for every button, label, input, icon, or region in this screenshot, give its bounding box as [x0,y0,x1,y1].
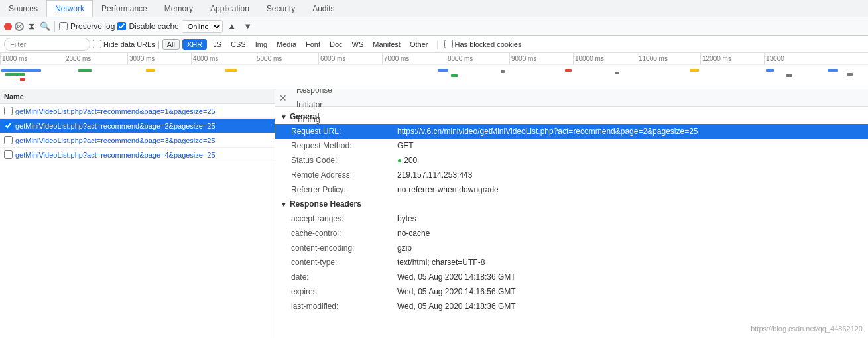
throttle-select[interactable]: Online [182,20,223,33]
filter-all-button[interactable]: All [162,39,180,50]
filter-icon[interactable]: ⧗ [27,21,37,32]
response-header-value: Wed, 05 Aug 2020 14:16:56 GMT [397,286,516,298]
status-code-row: Status Code: 200 [275,153,868,168]
general-section-title: General [290,112,320,121]
response-headers-list: accept-ranges:bytescache-control:no-cach… [275,211,868,313]
response-headers-section-header[interactable]: ▼ Response Headers [275,197,868,211]
response-header-row: content-encoding:gzip [275,241,868,255]
tab-memory[interactable]: Memory [156,0,202,17]
download-button[interactable]: ▼ [241,20,255,33]
response-header-key: accept-ranges: [291,213,397,225]
response-header-key: last-modified: [291,300,397,312]
network-toolbar: ⊘ ⧗ 🔍 Preserve log Disable cache Online … [0,17,868,36]
filter-css-button[interactable]: CSS [227,40,249,49]
detail-tab-response[interactable]: Response [290,89,339,98]
tab-audits[interactable]: Audits [304,0,343,17]
remote-address-key: Remote Address: [291,169,397,181]
timeline-tick: 11000 ms [637,53,700,64]
request-item[interactable]: getMiniVideoList.php?act=recommend&page=… [0,133,275,148]
request-url-key: Request URL: [291,125,397,137]
stop-button[interactable]: ⊘ [15,22,24,31]
response-header-row: last-modified:Wed, 05 Aug 2020 14:18:36 … [275,299,868,313]
timeline-area: 1000 ms2000 ms3000 ms4000 ms5000 ms6000 … [0,53,868,89]
request-method-key: Request Method: [291,140,397,152]
hide-data-urls-checkbox[interactable]: Hide data URLs [93,40,155,48]
general-arrow-icon: ▼ [280,113,287,121]
general-section-header[interactable]: ▼ General [275,109,868,124]
request-checkbox[interactable] [4,136,13,144]
response-header-key: content-encoding: [291,242,397,254]
referrer-policy-value: no-referrer-when-downgrade [397,184,499,196]
timeline-ruler: 1000 ms2000 ms3000 ms4000 ms5000 ms6000 … [0,53,868,65]
timeline-tick: 10000 ms [573,53,637,64]
filter-media-button[interactable]: Media [273,40,300,49]
close-detail-button[interactable]: ✕ [278,93,288,103]
request-url: getMiniVideoList.php?act=recommend&page=… [15,107,216,115]
response-header-value: Wed, 05 Aug 2020 14:18:36 GMT [397,300,516,312]
tab-sources[interactable]: Sources [0,0,46,17]
filter-divider: | [158,40,160,49]
response-header-value: bytes [397,213,416,225]
has-blocked-cookies-checkbox[interactable]: Has blocked cookies [444,40,522,48]
request-checkbox[interactable] [4,107,13,115]
response-header-value: gzip [397,242,412,254]
timeline-bars [0,65,868,89]
response-header-value: Wed, 05 Aug 2020 14:18:36 GMT [397,271,516,283]
filter-divider-2: | [436,40,438,49]
request-checkbox[interactable] [4,150,13,159]
timeline-tick: 13000 [764,53,828,64]
detail-content: ▼ General Request URL: https://v.6.cn/mi… [275,107,868,338]
filter-other-button[interactable]: Other [406,40,432,49]
request-url-value[interactable]: https://v.6.cn/minivideo/getMiniVideoLis… [397,125,698,137]
main-layout: Name getMiniVideoList.php?act=recommend&… [0,89,868,338]
filter-manifest-button[interactable]: Manifest [369,40,404,49]
record-button[interactable] [4,23,12,30]
response-header-key: content-type: [291,256,397,268]
filter-font-button[interactable]: Font [302,40,324,49]
remote-address-value: 219.157.114.253:443 [397,169,472,181]
filter-input[interactable] [4,38,90,51]
request-item[interactable]: getMiniVideoList.php?act=recommend&page=… [0,104,275,119]
watermark: https://blog.csdn.net/qq_44862120 [751,325,863,333]
timeline-tick: 1000 ms [0,53,64,64]
referrer-policy-key: Referrer Policy: [291,184,397,196]
timeline-tick: 5000 ms [255,53,318,64]
divider-1 [54,21,55,32]
tab-application[interactable]: Application [202,0,258,17]
response-header-row: expires:Wed, 05 Aug 2020 14:16:56 GMT [275,284,868,299]
filter-xhr-button[interactable]: XHR [182,39,207,50]
response-header-key: date: [291,271,397,283]
request-item[interactable]: getMiniVideoList.php?act=recommend&page=… [0,119,275,133]
tab-network[interactable]: Network [46,0,93,17]
request-url: getMiniVideoList.php?act=recommend&page=… [15,151,216,159]
tab-security[interactable]: Security [258,0,304,17]
response-header-row: accept-ranges:bytes [275,211,868,226]
right-panel: ✕ HeadersPreviewResponseInitiatorTimingC… [275,89,868,338]
preserve-log-checkbox[interactable]: Preserve log [59,22,115,31]
response-header-row: date:Wed, 05 Aug 2020 14:18:36 GMT [275,270,868,284]
filter-ws-button[interactable]: WS [349,40,367,49]
filter-js-button[interactable]: JS [210,40,225,49]
timeline-tick: 3000 ms [127,53,191,64]
request-checkbox[interactable] [4,121,13,130]
request-url: getMiniVideoList.php?act=recommend&page=… [15,122,216,130]
upload-button[interactable]: ▲ [225,20,239,33]
tab-performance[interactable]: Performance [93,0,156,17]
request-item[interactable]: getMiniVideoList.php?act=recommend&page=… [0,148,275,162]
filter-bar: Hide data URLs | All XHR JS CSS Img Medi… [0,36,868,53]
response-header-value: text/html; charset=UTF-8 [397,256,485,268]
filter-img-button[interactable]: Img [252,40,271,49]
response-header-key: cache-control: [291,227,397,239]
filter-doc-button[interactable]: Doc [326,40,346,49]
remote-address-row: Remote Address: 219.157.114.253:443 [275,168,868,182]
request-url-row: Request URL: https://v.6.cn/minivideo/ge… [275,124,868,139]
top-tab-bar: Sources Network Performance Memory Appli… [0,0,868,17]
timeline-tick: 7000 ms [382,53,446,64]
disable-cache-checkbox[interactable]: Disable cache [117,22,178,31]
timeline-tick: 8000 ms [446,53,509,64]
left-panel: Name getMiniVideoList.php?act=recommend&… [0,89,275,338]
request-url: getMiniVideoList.php?act=recommend&page=… [15,137,216,144]
search-icon[interactable]: 🔍 [40,21,50,32]
timeline-tick: 12000 ms [700,53,764,64]
request-list-header: Name [0,89,275,104]
